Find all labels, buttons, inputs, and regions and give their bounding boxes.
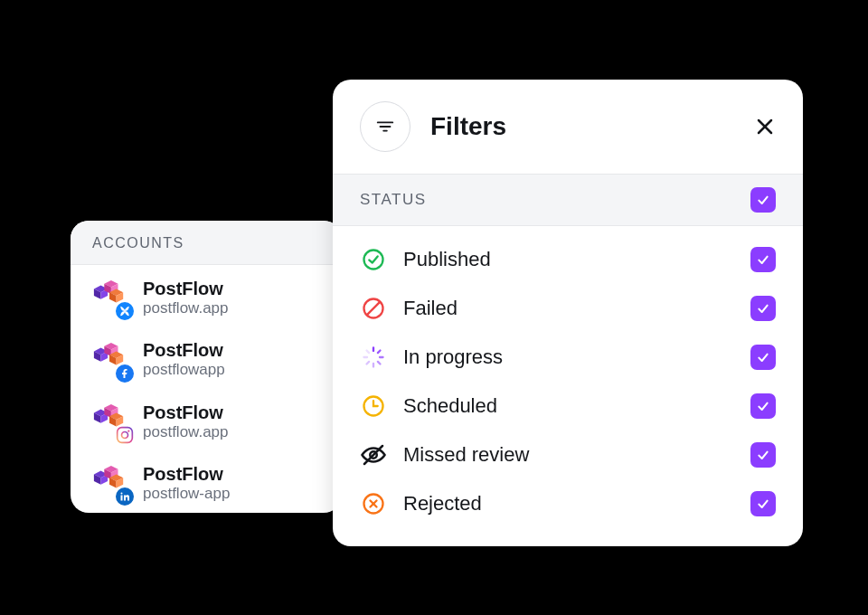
status-section-header: STATUS xyxy=(333,174,803,226)
status-checkbox[interactable] xyxy=(750,296,776,321)
spinner-icon xyxy=(360,344,387,371)
account-handle: postflowapp xyxy=(143,361,225,379)
accounts-header: ACCOUNTS xyxy=(71,221,342,265)
status-select-all-checkbox[interactable] xyxy=(750,187,776,213)
account-handle: postflow.app xyxy=(143,299,229,317)
status-row-scheduled[interactable]: Scheduled xyxy=(360,382,776,430)
account-text: PostFlow postflowapp xyxy=(143,339,225,379)
status-row-missed-review[interactable]: Missed review xyxy=(360,430,776,479)
account-row[interactable]: PostFlow postflow.app xyxy=(71,389,342,450)
filters-header: Filters xyxy=(333,80,803,174)
filter-icon xyxy=(360,101,410,152)
svg-point-28 xyxy=(122,431,128,438)
status-row-failed[interactable]: Failed xyxy=(360,284,776,333)
status-label: Scheduled xyxy=(403,394,734,418)
account-name: PostFlow xyxy=(143,278,229,299)
status-label: Failed xyxy=(403,297,734,320)
x-circle-icon xyxy=(360,490,387,517)
status-row-published[interactable]: Published xyxy=(360,235,776,284)
status-label: Missed review xyxy=(403,443,734,467)
svg-line-50 xyxy=(378,362,381,364)
status-checkbox[interactable] xyxy=(750,345,776,370)
account-handle: postflow-app xyxy=(143,485,230,503)
status-row-rejected[interactable]: Rejected xyxy=(360,479,776,528)
account-name: PostFlow xyxy=(143,463,230,485)
facebook-icon xyxy=(114,363,136,384)
svg-line-46 xyxy=(366,301,380,315)
bluesky-icon xyxy=(114,300,136,322)
eye-off-icon xyxy=(360,441,387,468)
filters-title: Filters xyxy=(430,112,734,141)
status-checkbox[interactable] xyxy=(750,247,776,272)
clock-icon xyxy=(360,393,387,420)
linkedin-icon xyxy=(114,486,136,507)
instagram-icon xyxy=(114,424,136,446)
status-list: Published Failed In progress Scheduled xyxy=(333,226,803,546)
account-text: PostFlow postflow.app xyxy=(143,278,229,317)
status-label: Rejected xyxy=(403,492,734,516)
account-row[interactable]: PostFlow postflow-app xyxy=(71,450,342,512)
svg-point-44 xyxy=(364,251,383,270)
svg-line-52 xyxy=(367,362,370,364)
account-handle: postflow.app xyxy=(143,423,229,441)
account-name: PostFlow xyxy=(143,402,229,423)
close-button[interactable] xyxy=(754,116,776,137)
status-label: Published xyxy=(403,248,734,271)
status-row-in-progress[interactable]: In progress xyxy=(360,333,776,382)
status-label: In progress xyxy=(403,345,734,369)
svg-line-54 xyxy=(367,351,370,354)
filters-panel: Filters STATUS Published Failed xyxy=(333,80,803,546)
svg-line-48 xyxy=(378,351,381,354)
account-row[interactable]: PostFlow postflow.app xyxy=(71,265,342,326)
account-logo xyxy=(92,279,130,317)
account-text: PostFlow postflow.app xyxy=(143,402,229,441)
account-logo xyxy=(92,464,130,502)
status-checkbox[interactable] xyxy=(750,442,776,468)
account-name: PostFlow xyxy=(143,339,225,361)
account-row[interactable]: PostFlow postflowapp xyxy=(71,326,342,388)
check-circle-icon xyxy=(360,246,387,273)
svg-rect-27 xyxy=(118,428,133,443)
svg-point-29 xyxy=(127,430,129,432)
status-checkbox[interactable] xyxy=(750,393,776,419)
account-logo xyxy=(92,341,130,379)
prohibited-icon xyxy=(360,295,387,322)
account-logo xyxy=(92,402,130,440)
accounts-panel: ACCOUNTS PostFlow postflow.app xyxy=(71,221,342,513)
account-text: PostFlow postflow-app xyxy=(143,463,230,503)
status-checkbox[interactable] xyxy=(750,491,776,516)
status-section-label: STATUS xyxy=(360,191,750,209)
